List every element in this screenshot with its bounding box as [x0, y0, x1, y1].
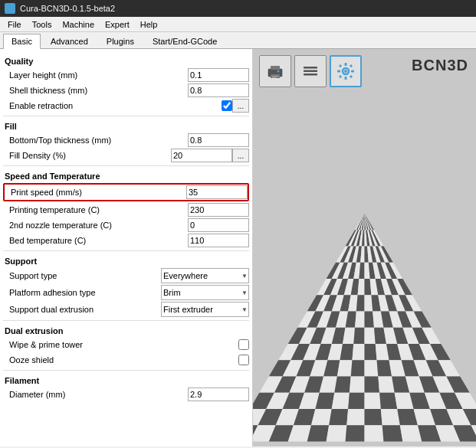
- divider-1: [3, 116, 249, 116]
- menu-file[interactable]: File: [3, 19, 26, 30]
- settings-3d-button[interactable]: [330, 55, 362, 87]
- wipe-prime-checkbox[interactable]: [238, 339, 249, 350]
- nozzle2-temp-row: 2nd nozzle temperature (C): [3, 217, 249, 233]
- divider-5: [3, 370, 249, 371]
- fill-header: Fill: [3, 119, 249, 132]
- fill-density-label: Fill Density (%): [3, 151, 171, 160]
- 3d-view-panel: BCN3D: [253, 49, 476, 446]
- tab-bar: Basic Advanced Plugins Start/End-GCode: [0, 32, 476, 49]
- svg-rect-8: [304, 74, 317, 76]
- svg-rect-6: [304, 67, 317, 69]
- shell-thickness-row: Shell thickness (mm): [3, 83, 249, 98]
- nozzle2-temp-input[interactable]: [188, 218, 249, 232]
- bed-temp-row: Bed temperature (C): [3, 233, 249, 248]
- ooze-shield-label: Ooze shield: [3, 355, 238, 365]
- svg-rect-11: [345, 63, 347, 66]
- layers-icon: [300, 61, 320, 81]
- support-dual-label: Support dual extrusion: [3, 305, 161, 314]
- bed-temp-label: Bed temperature (C): [3, 236, 188, 245]
- svg-rect-12: [345, 77, 347, 80]
- svg-rect-18: [350, 75, 353, 78]
- platform-adhesion-label: Platform adhesion type: [3, 288, 161, 297]
- tab-plugins[interactable]: Plugins: [98, 34, 143, 48]
- platform-adhesion-wrapper: Brim None Raft: [161, 285, 249, 300]
- svg-rect-15: [339, 64, 342, 67]
- nozzle2-temp-label: 2nd nozzle temperature (C): [3, 221, 188, 230]
- printing-temp-label: Printing temperature (C): [3, 205, 188, 214]
- menu-tools[interactable]: Tools: [28, 19, 57, 30]
- layer-height-label: Layer height (mm): [3, 70, 188, 80]
- enable-retraction-row: Enable retraction ...: [3, 98, 249, 113]
- divider-3: [3, 250, 249, 251]
- layers-button[interactable]: [294, 55, 327, 87]
- settings-panel: Quality Layer height (mm) Shell thicknes…: [0, 49, 253, 446]
- bottom-top-label: Bottom/Top thickness (mm): [3, 136, 188, 145]
- support-type-select[interactable]: Everywhere None Touching buildplate: [161, 268, 249, 283]
- svg-point-5: [277, 70, 280, 73]
- print-icon: [265, 61, 285, 81]
- tab-advanced[interactable]: Advanced: [42, 34, 97, 48]
- title-text: Cura-BCN3D-0.1.5-beta2: [20, 4, 115, 13]
- fill-density-row: Fill Density (%) ...: [3, 148, 249, 163]
- print-button[interactable]: [259, 55, 291, 87]
- title-bar: Cura-BCN3D-0.1.5-beta2: [0, 0, 476, 17]
- fill-density-input[interactable]: [171, 149, 232, 162]
- svg-rect-1: [271, 66, 280, 70]
- wipe-prime-label: Wipe & prime tower: [3, 340, 238, 349]
- layer-height-input[interactable]: [188, 68, 249, 82]
- bottom-top-row: Bottom/Top thickness (mm): [3, 132, 249, 148]
- main-layout: Quality Layer height (mm) Shell thicknes…: [0, 49, 476, 446]
- print-speed-label: Print speed (mm/s): [5, 188, 186, 197]
- wipe-prime-row: Wipe & prime tower: [3, 337, 249, 352]
- filament-header: Filament: [3, 373, 249, 387]
- gear-icon: [336, 61, 356, 81]
- bcn3d-logo: BCN3D: [412, 57, 468, 74]
- menu-help[interactable]: Help: [136, 19, 162, 30]
- printing-temp-input[interactable]: [188, 203, 249, 217]
- print-speed-row: Print speed (mm/s): [3, 183, 249, 201]
- dual-extrusion-header: Dual extrusion: [3, 323, 249, 337]
- tab-basic[interactable]: Basic: [3, 34, 41, 49]
- bed-temp-input[interactable]: [188, 234, 249, 247]
- shell-thickness-label: Shell thickness (mm): [3, 86, 188, 95]
- diameter-input[interactable]: [188, 388, 249, 401]
- print-speed-input[interactable]: [186, 185, 248, 199]
- svg-rect-4: [272, 77, 276, 78]
- 3d-bed: [253, 201, 476, 446]
- divider-2: [3, 165, 249, 166]
- menu-bar: File Tools Machine Expert Help: [0, 17, 476, 32]
- platform-adhesion-row: Platform adhesion type Brim None Raft: [3, 284, 249, 301]
- support-dual-wrapper: First extruder Second extruder Both: [161, 302, 249, 317]
- diameter-row: Diameter (mm): [3, 387, 249, 402]
- diameter-label: Diameter (mm): [3, 390, 188, 399]
- support-type-label: Support type: [3, 271, 161, 280]
- divider-4: [3, 320, 249, 321]
- platform-adhesion-select[interactable]: Brim None Raft: [161, 285, 249, 300]
- support-dual-select[interactable]: First extruder Second extruder Both: [161, 302, 249, 317]
- shell-thickness-input[interactable]: [188, 83, 249, 97]
- menu-expert[interactable]: Expert: [100, 19, 134, 30]
- enable-retraction-checkbox[interactable]: [222, 100, 232, 111]
- tab-start-end-gcode[interactable]: Start/End-GCode: [144, 34, 225, 48]
- retraction-options-button[interactable]: ...: [232, 99, 249, 113]
- svg-point-10: [344, 70, 347, 73]
- ooze-shield-row: Ooze shield: [3, 352, 249, 368]
- support-type-row: Support type Everywhere None Touching bu…: [3, 267, 249, 284]
- enable-retraction-label: Enable retraction: [3, 101, 222, 110]
- svg-rect-16: [350, 64, 353, 67]
- svg-rect-17: [339, 75, 342, 78]
- svg-rect-7: [304, 70, 317, 73]
- svg-rect-14: [351, 70, 354, 73]
- bottom-top-input[interactable]: [188, 133, 249, 147]
- menu-machine[interactable]: Machine: [57, 19, 99, 30]
- app-icon: [5, 3, 15, 14]
- support-dual-row: Support dual extrusion First extruder Se…: [3, 301, 249, 318]
- toolbar: [259, 55, 362, 87]
- printing-temp-row: Printing temperature (C): [3, 202, 249, 217]
- quality-header: Quality: [3, 54, 249, 67]
- fill-density-options-button[interactable]: ...: [232, 149, 249, 162]
- support-header: Support: [3, 253, 249, 267]
- speed-temp-header: Speed and Temperature: [3, 168, 249, 182]
- ooze-shield-checkbox[interactable]: [238, 355, 249, 365]
- svg-rect-3: [272, 76, 278, 77]
